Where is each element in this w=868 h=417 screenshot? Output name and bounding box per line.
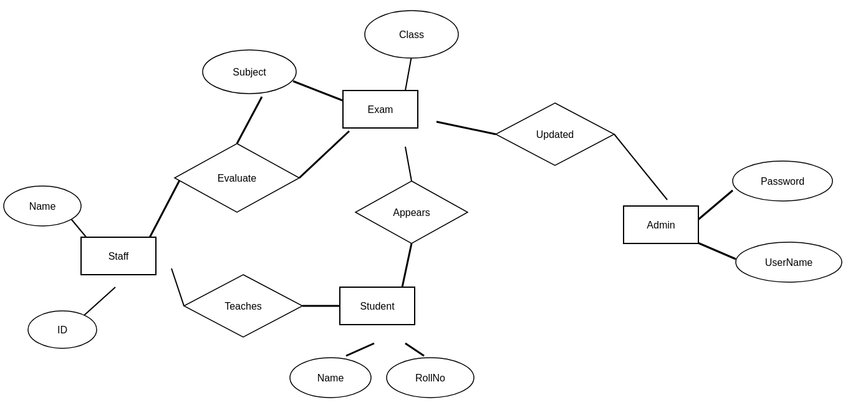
line-appears-student — [402, 243, 412, 287]
line-exam-updated — [436, 122, 496, 134]
line-student-rollno — [405, 343, 424, 356]
line-subject-evaluate1 — [237, 97, 262, 144]
relationship-updated-label: Updated — [536, 129, 574, 140]
line-id-staff — [84, 287, 115, 315]
attr-subject-label: Subject — [233, 67, 266, 77]
line-updated-admin — [614, 134, 667, 200]
line-class-exam — [405, 56, 412, 91]
attr-staff-id-label: ID — [57, 325, 67, 335]
line-evaluate-staff — [147, 178, 181, 243]
line-subject-exam — [293, 81, 349, 103]
entity-student-label: Student — [360, 301, 395, 312]
entity-exam-label: Exam — [368, 104, 393, 115]
attr-class-label: Class — [399, 29, 424, 40]
attr-student-rollno-label: RollNo — [415, 373, 445, 383]
line-evaluate-exam — [299, 131, 349, 178]
line-student-name — [346, 343, 374, 356]
relationship-teaches-label: Teaches — [224, 301, 262, 312]
attr-staff-name-label: Name — [29, 201, 56, 212]
er-diagram: Evaluate Appears Updated Teaches Exam St… — [0, 0, 868, 417]
line-exam-appears — [405, 147, 412, 181]
entity-admin-label: Admin — [647, 220, 675, 230]
entity-staff-label: Staff — [109, 251, 129, 262]
attr-admin-username-label: UserName — [765, 257, 813, 268]
line-staff-teaches — [171, 268, 184, 306]
relationship-evaluate-label: Evaluate — [218, 173, 256, 184]
attr-student-name-label: Name — [317, 373, 344, 383]
relationship-appears-label: Appears — [393, 207, 430, 218]
attr-admin-password-label: Password — [761, 176, 804, 187]
